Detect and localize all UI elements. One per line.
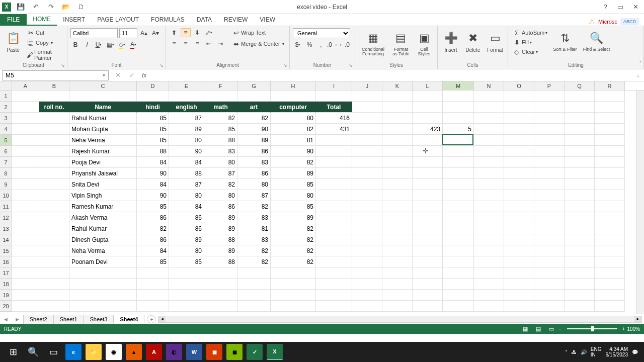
cell-I6[interactable] [316,146,352,157]
cell-B6[interactable] [39,146,69,157]
zoom-level[interactable]: 100% [627,326,640,332]
insert-tab[interactable]: INSERT [57,14,91,26]
cell-P17[interactable] [534,267,565,279]
cell-P15[interactable] [534,245,565,256]
cell-F1[interactable] [204,90,237,102]
taskbar-explorer[interactable]: 📁 [86,344,102,360]
cell-M12[interactable] [443,212,474,223]
decrease-indent-button[interactable]: ⇤ [204,39,214,48]
cell-H19[interactable] [271,290,316,301]
font-size-input[interactable] [119,28,137,38]
qat-new-button[interactable]: 🗋 [75,2,87,13]
taskbar-edge[interactable]: e [65,344,82,360]
tray-lang[interactable]: ENGIN [591,346,602,357]
cell-I11[interactable] [316,201,352,212]
cell-M16[interactable] [443,256,474,267]
cell-A14[interactable] [12,234,39,245]
cell-F20[interactable] [204,301,237,312]
cell-L3[interactable] [413,113,443,124]
cell-J20[interactable] [352,301,382,312]
hscroll-left[interactable]: ◄ [158,316,166,322]
cell-O11[interactable] [504,201,534,212]
cell-H20[interactable] [271,301,316,312]
tray-notifications-icon[interactable]: 💬 [632,349,638,355]
cell-P11[interactable] [534,201,565,212]
cell-A3[interactable] [12,113,39,124]
cell-K1[interactable] [382,90,413,102]
column-header-K[interactable]: K [382,81,413,90]
cell-D12[interactable]: 86 [137,212,169,223]
cell-K12[interactable] [382,212,413,223]
increase-font-button[interactable]: A▴ [139,29,149,38]
cell-N13[interactable] [474,223,504,234]
row-header-17[interactable]: 17 [0,267,12,279]
cell-F7[interactable]: 80 [204,157,237,168]
cell-C6[interactable]: Rajesh Kumar [69,146,137,157]
cell-H3[interactable]: 80 [271,113,316,124]
cell-J3[interactable] [352,113,382,124]
cell-N16[interactable] [474,256,504,267]
cell-F9[interactable]: 82 [204,179,237,190]
row-header-16[interactable]: 16 [0,256,12,267]
alignment-launcher[interactable]: ↘ [283,63,287,68]
cell-L14[interactable] [413,234,443,245]
cell-L18[interactable] [413,279,443,290]
taskbar-chrome[interactable]: ◉ [106,344,122,360]
row-header-14[interactable]: 14 [0,234,12,245]
cell-E7[interactable]: 84 [169,157,204,168]
clear-button[interactable]: ◇Clear▾ [511,47,549,56]
cell-R20[interactable] [595,301,625,312]
search-button[interactable]: 🔍 [23,343,43,361]
column-header-M[interactable]: M [443,81,474,90]
sheet-tab-sheet1[interactable]: Sheet1 [53,315,84,324]
cell-K17[interactable] [382,267,413,279]
sheet-tab-sheet2[interactable]: Sheet2 [23,315,54,324]
row-header-13[interactable]: 13 [0,223,12,234]
cell-R8[interactable] [595,168,625,179]
column-header-N[interactable]: N [474,81,504,90]
cell-M6[interactable] [443,146,474,157]
cell-E13[interactable]: 86 [169,223,204,234]
cell-M3[interactable] [443,113,474,124]
cell-A17[interactable] [12,267,39,279]
cell-O7[interactable] [504,157,534,168]
cell-C10[interactable]: Vipin Singh [69,190,137,201]
cell-B10[interactable] [39,190,69,201]
cell-G9[interactable]: 80 [237,179,271,190]
cell-E18[interactable] [169,279,204,290]
cell-J9[interactable] [352,179,382,190]
tray-network-icon[interactable]: 🖧 [572,349,577,355]
name-box-dropdown[interactable]: ▾ [103,72,105,78]
cell-I4[interactable]: 431 [316,124,352,135]
column-header-L[interactable]: L [413,81,443,90]
cell-styles-button[interactable]: ▣Cell Styles [414,28,434,58]
cell-R10[interactable] [595,190,625,201]
cell-N5[interactable] [474,135,504,146]
cell-Q16[interactable] [565,256,595,267]
cell-D10[interactable]: 90 [137,190,169,201]
bold-button[interactable]: B [70,40,80,49]
delete-cells-button[interactable]: ✖Delete [463,28,483,55]
cell-H13[interactable]: 82 [271,223,316,234]
cell-Q17[interactable] [565,267,595,279]
taskbar-excel[interactable]: X [267,344,283,360]
view-tab[interactable]: VIEW [254,14,281,26]
cell-Q19[interactable] [565,290,595,301]
cell-N7[interactable] [474,157,504,168]
cell-A19[interactable] [12,290,39,301]
row-header-2[interactable]: 2 [0,102,12,113]
cell-K7[interactable] [382,157,413,168]
cell-F17[interactable] [204,267,237,279]
spreadsheet-grid[interactable]: ABCDEFGHIJKLMNOPQR 123456789101112131415… [0,81,644,314]
fill-button[interactable]: ⬇Fill▾ [511,38,549,47]
cell-P10[interactable] [534,190,565,201]
cell-B16[interactable] [39,256,69,267]
column-header-R[interactable]: R [595,81,625,90]
enter-formula-button[interactable]: ✓ [125,71,139,79]
cell-A16[interactable] [12,256,39,267]
cell-A1[interactable] [12,90,39,102]
cell-B7[interactable] [39,157,69,168]
cell-L10[interactable] [413,190,443,201]
cell-G11[interactable]: 82 [237,201,271,212]
cell-O12[interactable] [504,212,534,223]
